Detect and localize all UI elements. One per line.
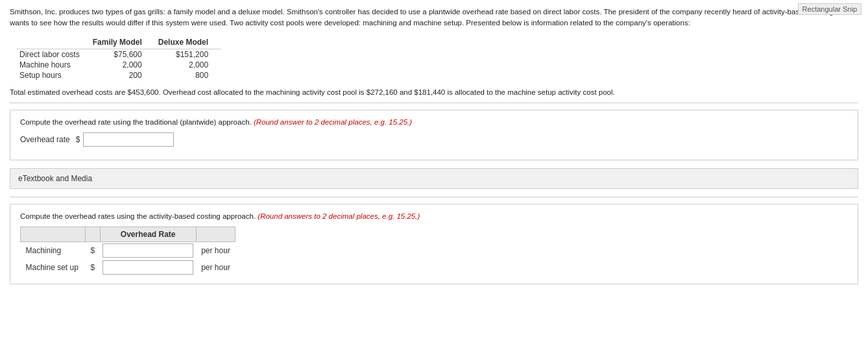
col-header-family: Family Model (90, 37, 155, 49)
machine-setup-input-cell (100, 259, 196, 276)
activity-table: Overhead Rate Machining $ per hour Machi… (20, 227, 235, 276)
machining-label: Machining (21, 241, 86, 259)
activity-row-machining: Machining $ per hour (21, 241, 235, 259)
row-deluxe-direct-labor: $151,200 (155, 49, 221, 60)
dollar-sign: $ (76, 135, 80, 144)
machining-input-cell (100, 241, 196, 259)
machining-unit: per hour (196, 241, 235, 259)
row-deluxe-machine-hours: 2,000 (155, 60, 221, 70)
section-activity-based: Compute the overhead rates using the act… (10, 204, 858, 284)
activity-row-machine-setup: Machine set up $ per hour (21, 259, 235, 276)
overhead-rate-label: Overhead rate (20, 135, 70, 144)
table-row: Machine hours 2,000 2,000 (16, 60, 221, 70)
intro-paragraph: Smithson, Inc. produces two types of gas… (10, 6, 858, 29)
row-family-direct-labor: $75,600 (90, 49, 155, 60)
top-right-label: Rectangular Snip (798, 3, 862, 15)
machine-setup-unit: per hour (196, 259, 235, 276)
activity-col-blank (21, 227, 86, 241)
overhead-rate-input[interactable] (83, 132, 174, 147)
row-family-machine-hours: 2,000 (90, 60, 155, 70)
machine-setup-dollar: $ (86, 259, 101, 276)
table-row: Direct labor costs $75,600 $151,200 (16, 49, 221, 60)
row-label-direct-labor: Direct labor costs (16, 49, 90, 60)
col-header-deluxe: Deluxe Model (155, 37, 221, 49)
section2-instruction: Compute the overhead rates using the act… (20, 212, 848, 220)
section1-instruction: Compute the overhead rate using the trad… (20, 118, 848, 126)
etextbook-bar: eTextbook and Media (10, 168, 858, 189)
row-deluxe-setup-hours: 800 (155, 70, 221, 80)
row-label-setup-hours: Setup hours (16, 70, 90, 80)
overhead-rate-row: Overhead rate $ (20, 132, 848, 147)
machine-setup-rate-input[interactable] (102, 260, 193, 275)
row-family-setup-hours: 200 (90, 70, 155, 80)
row-label-machine-hours: Machine hours (16, 60, 90, 70)
machine-setup-label: Machine set up (21, 259, 86, 276)
machining-dollar: $ (86, 241, 101, 259)
machining-rate-input[interactable] (102, 243, 193, 258)
divider-1 (10, 103, 858, 103)
table-row: Setup hours 200 800 (16, 70, 221, 80)
section-traditional: Compute the overhead rate using the trad… (10, 110, 858, 160)
data-table: Family Model Deluxe Model Direct labor c… (16, 37, 221, 80)
activity-col-header: Overhead Rate (100, 227, 196, 241)
divider-2 (10, 197, 858, 197)
activity-col-dollar (86, 227, 101, 241)
col-header-blank (16, 37, 90, 49)
total-text: Total estimated overhead costs are $453,… (10, 88, 858, 96)
activity-col-unit (196, 227, 235, 241)
